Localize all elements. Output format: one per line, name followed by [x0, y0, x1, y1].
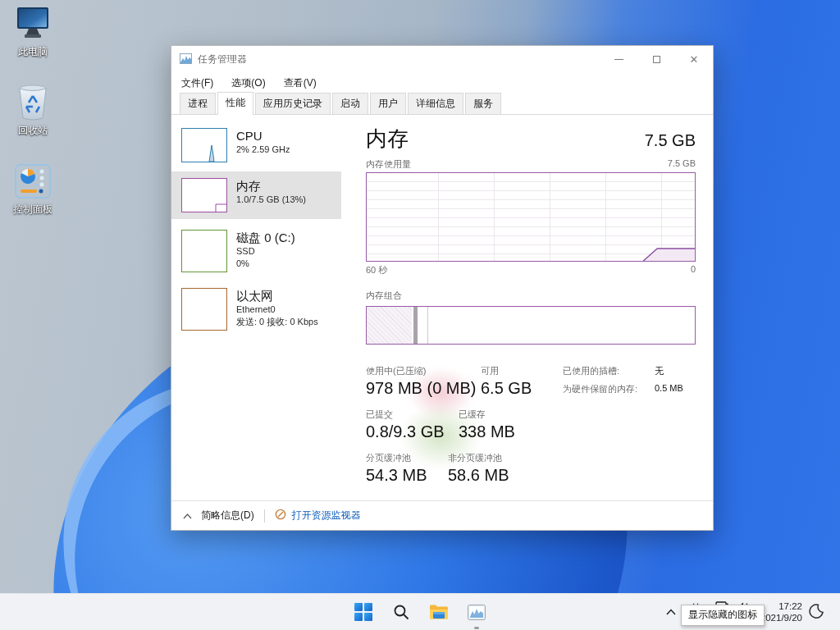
open-resource-monitor-link[interactable]: 打开资源监视器	[292, 509, 361, 523]
recycle-bin-icon	[13, 84, 52, 121]
desktop-icon-this-pc[interactable]: 此电脑	[7, 5, 59, 59]
tab-app-history[interactable]: 应用历史记录	[255, 93, 331, 114]
search-icon	[393, 604, 409, 620]
control-panel-icon	[13, 162, 52, 200]
memory-composition-bar[interactable]	[366, 306, 696, 345]
cpu-stats: 2% 2.59 GHz	[236, 144, 290, 156]
search-button[interactable]	[388, 599, 414, 625]
cached-label: 已缓存	[459, 409, 515, 421]
performance-content: CPU 2% 2.59 GHz 内存 1.0/7.5 GB (13%)	[171, 115, 713, 501]
tab-processes[interactable]: 进程	[180, 93, 216, 114]
desktop-icon-label: 控制面板	[7, 203, 59, 217]
task-manager-window: 任务管理器 ✕ 文件(F) 选项(O) 查看(V) 进程 性能 应用历史记录 启…	[171, 45, 714, 531]
graph-max-label: 7.5 GB	[668, 158, 696, 171]
this-pc-icon	[13, 5, 52, 43]
hw-reserved-label: 为硬件保留的内存:	[563, 383, 655, 395]
desktop-icon-recycle-bin[interactable]: 回收站	[7, 84, 59, 138]
tray-time: 17:22	[760, 600, 802, 612]
memory-stats: 1.0/7.5 GB (13%)	[236, 194, 306, 206]
desktop-icon-control-panel[interactable]: 控制面板	[7, 162, 59, 217]
tray-tooltip: 显示隐藏的图标	[681, 605, 765, 626]
tab-details[interactable]: 详细信息	[408, 93, 463, 114]
windows-logo-icon	[354, 603, 372, 621]
tab-performance[interactable]: 性能	[217, 92, 253, 115]
memory-capacity: 7.5 GB	[645, 131, 696, 150]
title-bar[interactable]: 任务管理器 ✕	[171, 46, 713, 73]
panel-title: 内存	[366, 125, 409, 153]
disk-type: SSD	[236, 245, 295, 258]
fewer-details-button[interactable]: 简略信息(D)	[201, 509, 254, 523]
available-label: 可用	[481, 365, 532, 377]
tab-services[interactable]: 服务	[465, 93, 501, 114]
slots-label: 已使用的插槽:	[563, 365, 655, 377]
memory-mini-graph	[181, 178, 227, 212]
status-bar: 简略信息(D) 打开资源监视器	[171, 500, 713, 530]
in-use-label: 使用中(已压缩)	[366, 365, 481, 377]
in-use-value: 978 MB (0 MB)	[366, 379, 481, 398]
memory-panel: 内存 7.5 GB 内存使用量 7.5 GB 60 秒 0 内	[366, 115, 696, 501]
cpu-mini-graph	[181, 128, 227, 162]
memory-stats: 使用中(已压缩) 978 MB (0 MB) 可用 6.5 GB 已提交 0.8…	[366, 365, 696, 485]
graph-time-label: 60 秒	[366, 264, 387, 276]
minimize-button[interactable]	[600, 46, 637, 73]
tab-strip: 进程 性能 应用历史记录 启动 用户 详细信息 服务	[171, 93, 713, 115]
menu-bar: 文件(F) 选项(O) 查看(V)	[171, 73, 713, 93]
sidebar-item-disk[interactable]: 磁盘 0 (C:) SSD 0%	[171, 223, 341, 279]
focus-assist-moon-icon[interactable]	[809, 604, 824, 621]
memory-usage-graph	[366, 172, 696, 262]
resource-monitor-icon	[275, 509, 286, 523]
ethernet-mini-graph	[181, 288, 227, 331]
desktop-icons: 此电脑 回收站	[7, 5, 59, 241]
graph-label: 内存使用量	[366, 158, 411, 171]
composition-in-use-segment	[367, 307, 412, 344]
close-button[interactable]: ✕	[675, 46, 713, 73]
sidebar-item-cpu[interactable]: CPU 2% 2.59 GHz	[171, 121, 341, 169]
file-explorer-icon	[429, 604, 449, 620]
non-paged-pool-value: 58.6 MB	[448, 466, 509, 485]
memory-title: 内存	[236, 179, 306, 194]
memory-side-stats: 已使用的插槽: 无 为硬件保留的内存: 0.5 MB	[563, 365, 696, 395]
paged-pool-label: 分页缓冲池	[366, 452, 448, 464]
cpu-title: CPU	[236, 129, 290, 144]
ethernet-title: 以太网	[236, 289, 318, 304]
running-indicator	[474, 627, 479, 629]
tray-date: 2021/9/20	[760, 612, 802, 623]
composition-modified-segment	[413, 307, 418, 344]
performance-sidebar: CPU 2% 2.59 GHz 内存 1.0/7.5 GB (13%)	[171, 115, 341, 501]
ethernet-adapter: Ethernet0	[236, 304, 318, 316]
sidebar-item-ethernet[interactable]: 以太网 Ethernet0 发送: 0 接收: 0 Kbps	[171, 281, 341, 337]
collapse-chevron-icon	[183, 510, 192, 522]
task-manager-taskbar-button[interactable]	[463, 599, 490, 625]
graph-zero-label: 0	[691, 264, 696, 276]
tray-chevron-button[interactable]	[666, 606, 676, 618]
taskbar-clock[interactable]: 17:22 2021/9/20	[760, 600, 802, 623]
hw-reserved-value: 0.5 MB	[655, 383, 696, 395]
tab-users[interactable]: 用户	[370, 93, 406, 114]
task-manager-icon	[468, 605, 486, 620]
cached-value: 338 MB	[459, 422, 515, 441]
disk-title: 磁盘 0 (C:)	[236, 231, 295, 245]
paged-pool-value: 54.3 MB	[366, 466, 448, 485]
maximize-button[interactable]	[637, 46, 675, 73]
disk-usage: 0%	[236, 258, 295, 270]
composition-divider	[427, 307, 428, 344]
app-icon	[180, 53, 192, 66]
menu-view[interactable]: 查看(V)	[284, 76, 317, 90]
tab-startup[interactable]: 启动	[332, 93, 368, 114]
sidebar-item-memory[interactable]: 内存 1.0/7.5 GB (13%)	[171, 171, 341, 219]
committed-value: 0.8/9.3 GB	[366, 422, 459, 441]
disk-mini-graph	[181, 230, 227, 272]
ethernet-throughput: 发送: 0 接收: 0 Kbps	[236, 316, 318, 328]
close-icon: ✕	[690, 54, 699, 65]
file-explorer-button[interactable]	[426, 599, 452, 625]
non-paged-pool-label: 非分页缓冲池	[448, 452, 509, 464]
desktop: 此电脑 回收站	[0, 0, 840, 630]
menu-options[interactable]: 选项(O)	[231, 76, 265, 90]
slots-value: 无	[655, 365, 696, 377]
available-value: 6.5 GB	[481, 379, 532, 398]
menu-file[interactable]: 文件(F)	[181, 76, 213, 90]
start-button[interactable]	[350, 599, 377, 625]
committed-label: 已提交	[366, 409, 459, 421]
window-title: 任务管理器	[198, 52, 600, 66]
composition-label: 内存组合	[366, 290, 696, 302]
